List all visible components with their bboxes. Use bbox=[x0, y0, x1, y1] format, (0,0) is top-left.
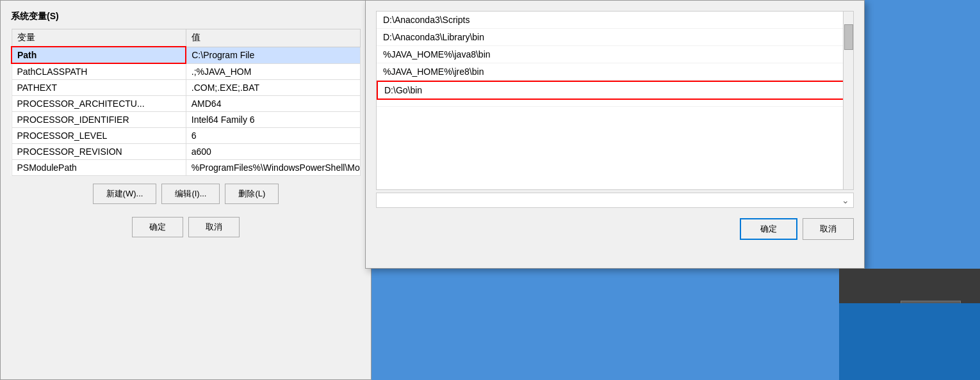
table-row[interactable]: PathC:\Program File bbox=[12, 47, 361, 63]
table-row[interactable]: PROCESSOR_LEVEL6 bbox=[12, 128, 361, 144]
delete-var-button[interactable]: 删除(L) bbox=[225, 184, 279, 204]
edit-path-dialog: D:\Anaconda3\ScriptsD:\Anaconda3\Library… bbox=[365, 0, 865, 269]
blue-bg bbox=[839, 303, 980, 380]
path-list-item[interactable]: %JAVA_HOME%\java8\bin bbox=[377, 46, 853, 63]
path-list-scrollbar[interactable] bbox=[843, 12, 853, 189]
var-table: 变量 值 PathC:\Program FilePathCLASSPATH.;%… bbox=[11, 29, 361, 176]
table-row[interactable]: PSModulePath%ProgramFiles%\WindowsPowerS… bbox=[12, 160, 361, 176]
table-row[interactable]: PATHEXT.COM;.EXE;.BAT bbox=[12, 80, 361, 96]
col-header-var: 变量 bbox=[12, 29, 186, 47]
sys-var-ok-button[interactable]: 确定 bbox=[132, 217, 183, 237]
path-list-item[interactable]: %JAVA_HOME%\jre8\bin bbox=[377, 63, 853, 81]
new-var-button[interactable]: 新建(W)... bbox=[93, 184, 157, 204]
sys-var-dialog: 系统变量(S) 变量 值 PathC:\Program FilePathCLAS… bbox=[0, 0, 372, 380]
table-row[interactable]: PROCESSOR_ARCHITECTU...AMD64 bbox=[12, 96, 361, 112]
table-row[interactable]: PROCESSOR_IDENTIFIERIntel64 Family 6 bbox=[12, 112, 361, 128]
col-header-val: 值 bbox=[186, 29, 360, 47]
sys-var-ok-cancel: 确定 取消 bbox=[11, 217, 361, 237]
edit-var-button[interactable]: 编辑(I)... bbox=[161, 184, 220, 204]
path-list-item[interactable]: D:\Go\bin bbox=[377, 81, 853, 100]
path-list-item[interactable]: D:\Anaconda3\Library\bin bbox=[377, 29, 853, 46]
edit-path-ok-button[interactable]: 确定 bbox=[740, 218, 797, 240]
table-row[interactable]: PathCLASSPATH.;%JAVA_HOM bbox=[12, 63, 361, 80]
sys-var-action-buttons: 新建(W)... 编辑(I)... 删除(L) bbox=[11, 184, 361, 204]
path-dropdown-arrow: ⌄ bbox=[842, 195, 849, 205]
path-list-item[interactable]: D:\Anaconda3\Scripts bbox=[377, 12, 853, 29]
sys-var-cancel-button[interactable]: 取消 bbox=[188, 217, 240, 237]
path-list-container[interactable]: D:\Anaconda3\ScriptsD:\Anaconda3\Library… bbox=[376, 11, 854, 190]
path-dropdown[interactable]: ⌄ bbox=[376, 193, 854, 208]
scrollbar-thumb bbox=[844, 24, 853, 50]
edit-path-cancel-button[interactable]: 取消 bbox=[803, 218, 854, 240]
path-list-item[interactable] bbox=[377, 100, 853, 107]
edit-path-buttons: 确定 取消 bbox=[376, 218, 854, 240]
sys-var-title: 系统变量(S) bbox=[11, 11, 361, 22]
table-row[interactable]: PROCESSOR_REVISIONa600 bbox=[12, 144, 361, 160]
